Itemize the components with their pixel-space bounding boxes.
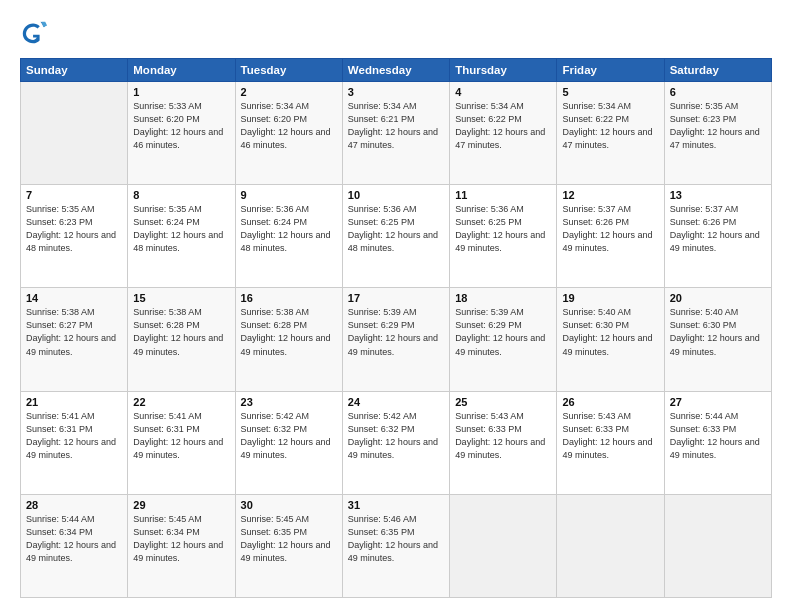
week-row-1: 1Sunrise: 5:33 AM Sunset: 6:20 PM Daylig… bbox=[21, 82, 772, 185]
weekday-header-monday: Monday bbox=[128, 59, 235, 82]
day-info: Sunrise: 5:35 AM Sunset: 6:23 PM Dayligh… bbox=[670, 100, 766, 152]
calendar-cell: 31Sunrise: 5:46 AM Sunset: 6:35 PM Dayli… bbox=[342, 494, 449, 597]
weekday-header-tuesday: Tuesday bbox=[235, 59, 342, 82]
day-info: Sunrise: 5:39 AM Sunset: 6:29 PM Dayligh… bbox=[348, 306, 444, 358]
day-info: Sunrise: 5:34 AM Sunset: 6:21 PM Dayligh… bbox=[348, 100, 444, 152]
day-info: Sunrise: 5:41 AM Sunset: 6:31 PM Dayligh… bbox=[133, 410, 229, 462]
day-number: 19 bbox=[562, 292, 658, 304]
day-number: 9 bbox=[241, 189, 337, 201]
day-info: Sunrise: 5:40 AM Sunset: 6:30 PM Dayligh… bbox=[670, 306, 766, 358]
calendar-cell: 16Sunrise: 5:38 AM Sunset: 6:28 PM Dayli… bbox=[235, 288, 342, 391]
calendar-cell bbox=[557, 494, 664, 597]
day-info: Sunrise: 5:38 AM Sunset: 6:28 PM Dayligh… bbox=[241, 306, 337, 358]
calendar-cell: 9Sunrise: 5:36 AM Sunset: 6:24 PM Daylig… bbox=[235, 185, 342, 288]
day-info: Sunrise: 5:43 AM Sunset: 6:33 PM Dayligh… bbox=[455, 410, 551, 462]
weekday-header-saturday: Saturday bbox=[664, 59, 771, 82]
calendar-cell: 17Sunrise: 5:39 AM Sunset: 6:29 PM Dayli… bbox=[342, 288, 449, 391]
day-info: Sunrise: 5:43 AM Sunset: 6:33 PM Dayligh… bbox=[562, 410, 658, 462]
day-number: 26 bbox=[562, 396, 658, 408]
logo bbox=[20, 18, 52, 46]
weekday-header-row: SundayMondayTuesdayWednesdayThursdayFrid… bbox=[21, 59, 772, 82]
day-info: Sunrise: 5:39 AM Sunset: 6:29 PM Dayligh… bbox=[455, 306, 551, 358]
day-number: 11 bbox=[455, 189, 551, 201]
header bbox=[20, 18, 772, 46]
day-info: Sunrise: 5:37 AM Sunset: 6:26 PM Dayligh… bbox=[670, 203, 766, 255]
week-row-3: 14Sunrise: 5:38 AM Sunset: 6:27 PM Dayli… bbox=[21, 288, 772, 391]
logo-icon bbox=[20, 18, 48, 46]
calendar-cell: 28Sunrise: 5:44 AM Sunset: 6:34 PM Dayli… bbox=[21, 494, 128, 597]
weekday-header-sunday: Sunday bbox=[21, 59, 128, 82]
day-number: 29 bbox=[133, 499, 229, 511]
day-number: 16 bbox=[241, 292, 337, 304]
calendar-cell: 23Sunrise: 5:42 AM Sunset: 6:32 PM Dayli… bbox=[235, 391, 342, 494]
calendar-cell: 1Sunrise: 5:33 AM Sunset: 6:20 PM Daylig… bbox=[128, 82, 235, 185]
day-info: Sunrise: 5:38 AM Sunset: 6:28 PM Dayligh… bbox=[133, 306, 229, 358]
calendar-cell: 27Sunrise: 5:44 AM Sunset: 6:33 PM Dayli… bbox=[664, 391, 771, 494]
day-info: Sunrise: 5:40 AM Sunset: 6:30 PM Dayligh… bbox=[562, 306, 658, 358]
calendar-cell: 19Sunrise: 5:40 AM Sunset: 6:30 PM Dayli… bbox=[557, 288, 664, 391]
calendar-cell: 8Sunrise: 5:35 AM Sunset: 6:24 PM Daylig… bbox=[128, 185, 235, 288]
calendar-cell: 13Sunrise: 5:37 AM Sunset: 6:26 PM Dayli… bbox=[664, 185, 771, 288]
day-info: Sunrise: 5:35 AM Sunset: 6:23 PM Dayligh… bbox=[26, 203, 122, 255]
day-number: 18 bbox=[455, 292, 551, 304]
calendar-cell: 4Sunrise: 5:34 AM Sunset: 6:22 PM Daylig… bbox=[450, 82, 557, 185]
day-info: Sunrise: 5:38 AM Sunset: 6:27 PM Dayligh… bbox=[26, 306, 122, 358]
calendar-cell: 18Sunrise: 5:39 AM Sunset: 6:29 PM Dayli… bbox=[450, 288, 557, 391]
calendar-cell: 3Sunrise: 5:34 AM Sunset: 6:21 PM Daylig… bbox=[342, 82, 449, 185]
day-number: 20 bbox=[670, 292, 766, 304]
calendar-cell bbox=[664, 494, 771, 597]
day-number: 2 bbox=[241, 86, 337, 98]
day-number: 24 bbox=[348, 396, 444, 408]
weekday-header-friday: Friday bbox=[557, 59, 664, 82]
day-info: Sunrise: 5:36 AM Sunset: 6:25 PM Dayligh… bbox=[455, 203, 551, 255]
day-number: 5 bbox=[562, 86, 658, 98]
day-info: Sunrise: 5:37 AM Sunset: 6:26 PM Dayligh… bbox=[562, 203, 658, 255]
day-number: 21 bbox=[26, 396, 122, 408]
day-info: Sunrise: 5:41 AM Sunset: 6:31 PM Dayligh… bbox=[26, 410, 122, 462]
day-number: 28 bbox=[26, 499, 122, 511]
day-info: Sunrise: 5:46 AM Sunset: 6:35 PM Dayligh… bbox=[348, 513, 444, 565]
day-number: 30 bbox=[241, 499, 337, 511]
day-number: 8 bbox=[133, 189, 229, 201]
day-info: Sunrise: 5:34 AM Sunset: 6:22 PM Dayligh… bbox=[455, 100, 551, 152]
calendar-cell: 30Sunrise: 5:45 AM Sunset: 6:35 PM Dayli… bbox=[235, 494, 342, 597]
day-info: Sunrise: 5:45 AM Sunset: 6:34 PM Dayligh… bbox=[133, 513, 229, 565]
calendar-table: SundayMondayTuesdayWednesdayThursdayFrid… bbox=[20, 58, 772, 598]
day-info: Sunrise: 5:34 AM Sunset: 6:20 PM Dayligh… bbox=[241, 100, 337, 152]
day-number: 3 bbox=[348, 86, 444, 98]
day-number: 13 bbox=[670, 189, 766, 201]
calendar-cell: 11Sunrise: 5:36 AM Sunset: 6:25 PM Dayli… bbox=[450, 185, 557, 288]
day-number: 14 bbox=[26, 292, 122, 304]
day-info: Sunrise: 5:36 AM Sunset: 6:25 PM Dayligh… bbox=[348, 203, 444, 255]
calendar-cell: 25Sunrise: 5:43 AM Sunset: 6:33 PM Dayli… bbox=[450, 391, 557, 494]
day-number: 10 bbox=[348, 189, 444, 201]
calendar-cell: 6Sunrise: 5:35 AM Sunset: 6:23 PM Daylig… bbox=[664, 82, 771, 185]
calendar-cell bbox=[450, 494, 557, 597]
day-number: 1 bbox=[133, 86, 229, 98]
week-row-5: 28Sunrise: 5:44 AM Sunset: 6:34 PM Dayli… bbox=[21, 494, 772, 597]
calendar-cell: 29Sunrise: 5:45 AM Sunset: 6:34 PM Dayli… bbox=[128, 494, 235, 597]
day-info: Sunrise: 5:42 AM Sunset: 6:32 PM Dayligh… bbox=[241, 410, 337, 462]
day-info: Sunrise: 5:44 AM Sunset: 6:33 PM Dayligh… bbox=[670, 410, 766, 462]
calendar-cell: 14Sunrise: 5:38 AM Sunset: 6:27 PM Dayli… bbox=[21, 288, 128, 391]
calendar-cell: 15Sunrise: 5:38 AM Sunset: 6:28 PM Dayli… bbox=[128, 288, 235, 391]
day-number: 12 bbox=[562, 189, 658, 201]
weekday-header-wednesday: Wednesday bbox=[342, 59, 449, 82]
day-info: Sunrise: 5:45 AM Sunset: 6:35 PM Dayligh… bbox=[241, 513, 337, 565]
calendar-cell: 2Sunrise: 5:34 AM Sunset: 6:20 PM Daylig… bbox=[235, 82, 342, 185]
day-number: 31 bbox=[348, 499, 444, 511]
day-info: Sunrise: 5:33 AM Sunset: 6:20 PM Dayligh… bbox=[133, 100, 229, 152]
day-info: Sunrise: 5:34 AM Sunset: 6:22 PM Dayligh… bbox=[562, 100, 658, 152]
day-number: 22 bbox=[133, 396, 229, 408]
day-info: Sunrise: 5:42 AM Sunset: 6:32 PM Dayligh… bbox=[348, 410, 444, 462]
calendar-cell: 24Sunrise: 5:42 AM Sunset: 6:32 PM Dayli… bbox=[342, 391, 449, 494]
day-number: 27 bbox=[670, 396, 766, 408]
calendar-cell: 5Sunrise: 5:34 AM Sunset: 6:22 PM Daylig… bbox=[557, 82, 664, 185]
page: SundayMondayTuesdayWednesdayThursdayFrid… bbox=[0, 0, 792, 612]
calendar-cell: 12Sunrise: 5:37 AM Sunset: 6:26 PM Dayli… bbox=[557, 185, 664, 288]
calendar-cell: 21Sunrise: 5:41 AM Sunset: 6:31 PM Dayli… bbox=[21, 391, 128, 494]
calendar-cell: 20Sunrise: 5:40 AM Sunset: 6:30 PM Dayli… bbox=[664, 288, 771, 391]
day-info: Sunrise: 5:35 AM Sunset: 6:24 PM Dayligh… bbox=[133, 203, 229, 255]
day-number: 15 bbox=[133, 292, 229, 304]
calendar-cell: 26Sunrise: 5:43 AM Sunset: 6:33 PM Dayli… bbox=[557, 391, 664, 494]
